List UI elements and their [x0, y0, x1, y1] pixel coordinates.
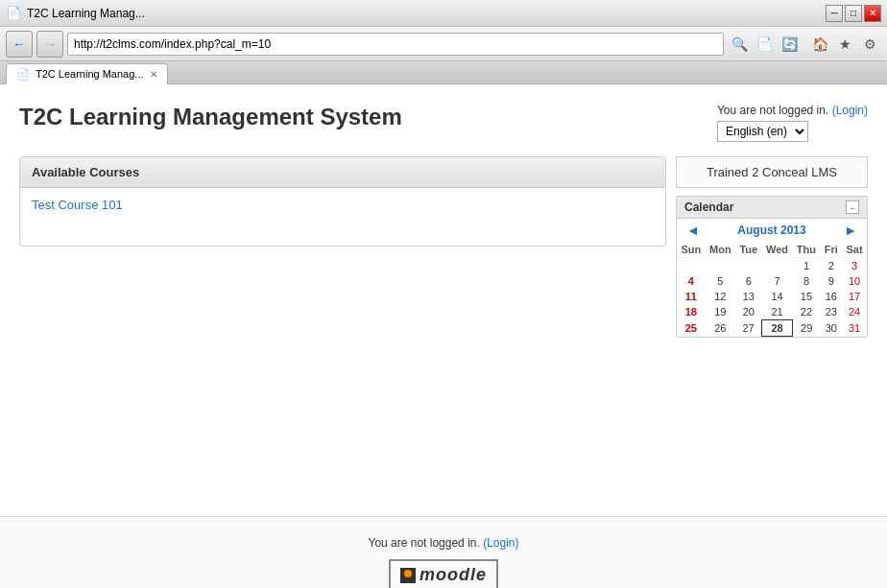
course-link-0[interactable]: Test Course 101 [32, 198, 123, 212]
calendar-day-headers: Sun Mon Tue Wed Thu Fri Sat [677, 242, 867, 258]
cal-day: 11 [677, 289, 706, 304]
cal-day [706, 258, 735, 274]
calendar-prev-button[interactable]: ◄ [683, 223, 704, 238]
cal-day: 20 [735, 304, 762, 320]
page-header: T2C Learning Management System You are n… [19, 94, 868, 156]
cal-day: 6 [735, 273, 762, 289]
page-footer: You are not logged in. (Login) moodle [0, 516, 887, 588]
cal-day: 4 [677, 273, 706, 289]
home-icon[interactable]: 🏠 [808, 33, 831, 56]
cal-day: 9 [820, 273, 842, 289]
cal-day: 5 [706, 273, 735, 289]
cal-day: 27 [735, 320, 762, 337]
cal-day [735, 258, 762, 274]
cal-day [677, 258, 706, 274]
tools-icon[interactable]: ⚙ [858, 33, 881, 56]
moodle-text: moodle [420, 565, 487, 584]
tab-close-button[interactable]: ✕ [150, 69, 157, 80]
cal-day: 7 [762, 273, 793, 289]
header-tue: Tue [735, 242, 762, 258]
page-icon[interactable]: 📄 [753, 33, 776, 56]
cal-day: 25 [677, 320, 706, 337]
minimize-button[interactable]: ─ [826, 5, 843, 22]
header-login-text: You are not logged in. [717, 104, 828, 117]
cal-day: 12 [706, 289, 735, 304]
site-title: T2C Learning Management System [19, 104, 402, 130]
moodle-icon [400, 568, 416, 583]
back-button[interactable]: ← [6, 31, 33, 58]
window-controls: ─ □ ✕ [826, 5, 881, 22]
cal-day: 10 [842, 273, 867, 289]
address-bar[interactable] [67, 33, 724, 56]
header-wed: Wed [762, 242, 793, 258]
calendar-week-2: 4 5 6 7 8 9 10 [677, 273, 867, 289]
right-panel: Trained 2 Conceal LMS Calendar - ◄ Augus… [676, 156, 868, 338]
calendar-week-3: 11 12 13 14 15 16 17 [677, 289, 867, 304]
moodle-logo: moodle [389, 559, 498, 588]
main-layout: Available Courses Test Course 101 Traine… [19, 156, 868, 338]
nav-icons: 🔍 📄 🔄 🏠 ★ ⚙ [728, 33, 881, 56]
courses-section: Available Courses Test Course 101 [19, 156, 666, 247]
forward-button[interactable]: → [36, 31, 63, 58]
active-tab[interactable]: 📄 T2C Learning Manag... ✕ [6, 63, 168, 84]
cal-day: 17 [842, 289, 867, 304]
header-sun: Sun [677, 242, 706, 258]
header-login-info: You are not logged in. (Login) English (… [717, 104, 868, 142]
tabs-bar: 📄 T2C Learning Manag... ✕ [0, 61, 887, 84]
left-panel: Available Courses Test Course 101 [19, 156, 666, 247]
calendar-week-4: 18 19 20 21 22 23 24 [677, 304, 867, 320]
calendar-week-1: 1 2 3 [677, 258, 867, 274]
cal-day [762, 258, 793, 274]
cal-day: 28 [762, 320, 793, 337]
language-selector[interactable]: English (en) Español Français [717, 121, 808, 142]
courses-header: Available Courses [20, 157, 665, 188]
cal-day: 21 [762, 304, 793, 320]
calendar-header: Calendar - [677, 197, 867, 219]
lms-name: Trained 2 Conceal LMS [676, 156, 868, 188]
cal-day: 1 [792, 258, 820, 274]
calendar-nav: ◄ August 2013 ► [677, 219, 867, 242]
header-thu: Thu [792, 242, 820, 258]
cal-day: 24 [842, 304, 867, 320]
footer-login-text: You are not logged in. [368, 536, 479, 550]
page-favicon: 📄 [6, 6, 21, 20]
calendar-collapse-button[interactable]: - [846, 200, 859, 214]
cal-day: 16 [820, 289, 842, 304]
close-button[interactable]: ✕ [864, 5, 881, 22]
cal-day: 19 [706, 304, 735, 320]
cal-day: 15 [792, 289, 820, 304]
cal-day: 26 [706, 320, 735, 337]
courses-body: Test Course 101 [20, 188, 665, 246]
header-login-link[interactable]: (Login) [832, 104, 868, 117]
calendar-title: Calendar [684, 200, 733, 214]
tab-favicon: 📄 [16, 68, 30, 81]
calendar-next-button[interactable]: ► [840, 223, 861, 238]
cal-day: 31 [842, 320, 867, 337]
calendar-month-label: August 2013 [737, 223, 805, 237]
cal-day: 14 [762, 289, 793, 304]
calendar-week-5: 25 26 27 28 29 30 31 [677, 320, 867, 337]
nav-bar: ← → 🔍 📄 🔄 🏠 ★ ⚙ [0, 27, 887, 61]
footer-login-link[interactable]: (Login) [483, 536, 518, 550]
cal-day: 2 [820, 258, 842, 274]
cal-day: 13 [735, 289, 762, 304]
cal-day: 29 [792, 320, 820, 337]
tab-label: T2C Learning Manag... [36, 68, 144, 80]
cal-day: 18 [677, 304, 706, 320]
cal-day: 3 [842, 258, 867, 274]
favorites-icon[interactable]: ★ [833, 33, 856, 56]
refresh-icon[interactable]: 🔄 [778, 33, 801, 56]
calendar-body: 1 2 3 4 5 6 7 8 9 10 [677, 258, 867, 337]
header-fri: Fri [820, 242, 842, 258]
maximize-button[interactable]: □ [845, 5, 862, 22]
header-sat: Sat [842, 242, 867, 258]
window-title: T2C Learning Manag... [27, 7, 145, 20]
header-mon: Mon [706, 242, 735, 258]
cal-day: 22 [792, 304, 820, 320]
calendar-widget: Calendar - ◄ August 2013 ► Sun Mon Tue [676, 196, 868, 338]
page-content: T2C Learning Management System You are n… [0, 84, 887, 516]
cal-day: 8 [792, 273, 820, 289]
search-icon[interactable]: 🔍 [728, 33, 751, 56]
calendar-grid: Sun Mon Tue Wed Thu Fri Sat [677, 242, 867, 337]
cal-day: 23 [820, 304, 842, 320]
